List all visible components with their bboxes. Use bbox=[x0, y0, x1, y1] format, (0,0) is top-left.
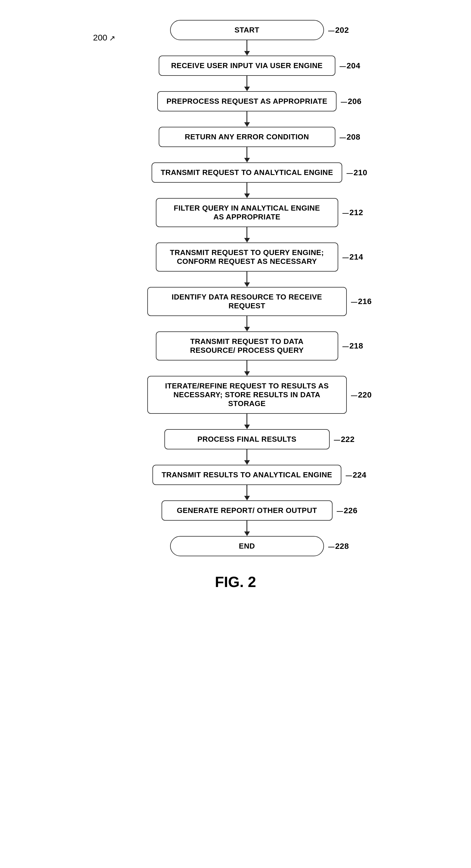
connector-3 bbox=[247, 112, 247, 122]
node-202: START 202 bbox=[170, 20, 324, 40]
arrow-1 bbox=[244, 51, 250, 56]
node-228: END 228 bbox=[170, 536, 324, 556]
node-220: ITERATE/REFINE REQUEST TO RESULTS AS NEC… bbox=[147, 376, 347, 414]
node-wrapper-220: ITERATE/REFINE REQUEST TO RESULTS AS NEC… bbox=[116, 376, 378, 414]
connector-8 bbox=[247, 316, 247, 327]
node-label-222: 222 bbox=[334, 435, 355, 444]
node-wrapper-224: TRANSMIT RESULTS TO ANALYTICAL ENGINE 22… bbox=[116, 465, 378, 485]
node-206: PREPROCESS REQUEST AS APPROPRIATE 206 bbox=[157, 91, 337, 112]
connector-2 bbox=[247, 76, 247, 87]
node-label-208: 208 bbox=[340, 132, 360, 142]
diagram-area: 200 ↗ START 202 RECEIVE USER INPUT VIA U… bbox=[93, 17, 378, 556]
node-wrapper-216: IDENTIFY DATA RESOURCE TO RECEIVE REQUES… bbox=[116, 287, 378, 316]
arrow-2 bbox=[244, 87, 250, 91]
arrow-4 bbox=[244, 158, 250, 162]
node-label-202: 202 bbox=[328, 26, 349, 35]
node-wrapper-228: END 228 bbox=[116, 536, 378, 556]
node-label-228: 228 bbox=[328, 542, 349, 551]
node-label-224: 224 bbox=[346, 470, 367, 479]
node-label-214: 214 bbox=[343, 252, 363, 261]
connector-10 bbox=[247, 414, 247, 425]
node-wrapper-226: GENERATE REPORT/ OTHER OUTPUT 226 bbox=[116, 500, 378, 521]
figure-label: FIG. 2 bbox=[215, 574, 256, 590]
node-label-226: 226 bbox=[337, 506, 357, 515]
node-wrapper-208: RETURN ANY ERROR CONDITION 208 bbox=[116, 127, 378, 147]
node-label-218: 218 bbox=[343, 341, 363, 350]
arrow-3 bbox=[244, 122, 250, 127]
node-wrapper-212: FILTER QUERY IN ANALYTICAL ENGINE AS APP… bbox=[116, 198, 378, 227]
node-214: TRANSMIT REQUEST TO QUERY ENGINE; CONFOR… bbox=[156, 243, 338, 272]
node-wrapper-214: TRANSMIT REQUEST TO QUERY ENGINE; CONFOR… bbox=[116, 243, 378, 272]
node-label-212: 212 bbox=[343, 208, 363, 217]
node-wrapper-218: TRANSMIT REQUEST TO DATA RESOURCE/ PROCE… bbox=[116, 332, 378, 361]
node-label-220: 220 bbox=[351, 391, 372, 400]
connector-12 bbox=[247, 485, 247, 496]
connector-5 bbox=[247, 183, 247, 193]
arrow-6 bbox=[244, 238, 250, 243]
node-label-206: 206 bbox=[341, 97, 362, 106]
arrow-11 bbox=[244, 460, 250, 465]
node-210: TRANSMIT REQUEST TO ANALYTICAL ENGINE 21… bbox=[152, 162, 342, 183]
arrow-7 bbox=[244, 282, 250, 287]
node-204: RECEIVE USER INPUT VIA USER ENGINE 204 bbox=[159, 56, 335, 76]
page: 200 ↗ START 202 RECEIVE USER INPUT VIA U… bbox=[0, 0, 471, 868]
arrow-10 bbox=[244, 425, 250, 429]
node-label-204: 204 bbox=[340, 61, 360, 70]
node-wrapper-206: PREPROCESS REQUEST AS APPROPRIATE 206 bbox=[116, 91, 378, 112]
connector-11 bbox=[247, 450, 247, 460]
node-208: RETURN ANY ERROR CONDITION 208 bbox=[159, 127, 335, 147]
node-wrapper-202: START 202 bbox=[116, 20, 378, 40]
connector-13 bbox=[247, 521, 247, 531]
connector-7 bbox=[247, 272, 247, 282]
node-label-210: 210 bbox=[346, 168, 367, 177]
arrow-5 bbox=[244, 193, 250, 198]
node-218: TRANSMIT REQUEST TO DATA RESOURCE/ PROCE… bbox=[156, 332, 338, 361]
connector-1 bbox=[247, 40, 247, 51]
connector-6 bbox=[247, 227, 247, 238]
arrow-8 bbox=[244, 327, 250, 332]
node-226: GENERATE REPORT/ OTHER OUTPUT 226 bbox=[162, 500, 333, 521]
node-222: PROCESS FINAL RESULTS 222 bbox=[164, 429, 330, 450]
figure-label-area: FIG. 2 bbox=[215, 574, 256, 590]
node-212: FILTER QUERY IN ANALYTICAL ENGINE AS APP… bbox=[156, 198, 338, 227]
node-wrapper-204: RECEIVE USER INPUT VIA USER ENGINE 204 bbox=[116, 56, 378, 76]
connector-4 bbox=[247, 147, 247, 158]
connector-9 bbox=[247, 361, 247, 371]
node-wrapper-222: PROCESS FINAL RESULTS 222 bbox=[116, 429, 378, 450]
node-label-216: 216 bbox=[351, 297, 372, 306]
flow-diagram: START 202 RECEIVE USER INPUT VIA USER EN… bbox=[93, 17, 378, 556]
node-224: TRANSMIT RESULTS TO ANALYTICAL ENGINE 22… bbox=[152, 465, 341, 485]
node-wrapper-210: TRANSMIT REQUEST TO ANALYTICAL ENGINE 21… bbox=[116, 162, 378, 183]
arrow-9 bbox=[244, 371, 250, 376]
arrow-12 bbox=[244, 496, 250, 500]
arrow-13 bbox=[244, 531, 250, 536]
node-216: IDENTIFY DATA RESOURCE TO RECEIVE REQUES… bbox=[147, 287, 347, 316]
